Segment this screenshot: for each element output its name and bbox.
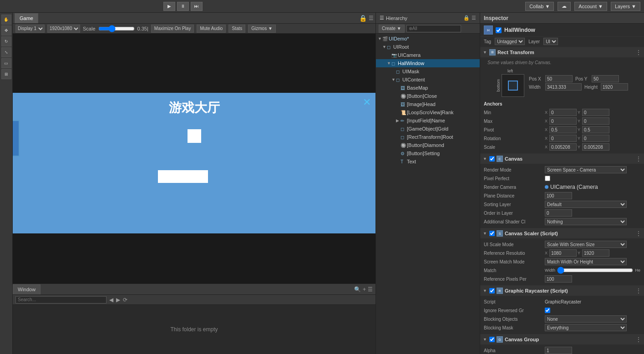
project-forward-icon[interactable]: ▶ <box>116 297 120 303</box>
order-in-layer-input[interactable] <box>545 209 572 217</box>
tree-item-uiroot[interactable]: ▼ ◻ UIRoot <box>376 43 480 51</box>
project-tab[interactable]: Window <box>13 284 41 294</box>
pos-x-input[interactable] <box>545 75 573 82</box>
tree-item-hallwindow[interactable]: ▼ ◻ HallWindow <box>376 59 480 67</box>
screen-match-select[interactable]: Match Width Or Height <box>545 258 627 265</box>
canvas-scaler-header[interactable]: ▼ S Canvas Scaler (Script) ⋮ <box>480 228 644 238</box>
rect-tool[interactable]: ▭ <box>1 58 11 68</box>
tree-item-text[interactable]: T Text <box>376 157 480 166</box>
tree-item-basemap[interactable]: 🖼 BaseMap <box>376 84 480 92</box>
pos-y-input[interactable] <box>592 75 619 82</box>
maximize-on-play-btn[interactable]: Maximize On Play <box>151 25 194 33</box>
combo-tool[interactable]: ⊞ <box>1 69 11 79</box>
render-mode-select[interactable]: Screen Space - Camera <box>545 166 627 173</box>
rect-transform-header[interactable]: ▼ ⊞ Rect Transform ⋮ <box>480 47 644 57</box>
project-search-icon[interactable]: 🔍 <box>354 286 361 293</box>
ref-pixels-input[interactable] <box>545 275 572 283</box>
tree-item-uicamera[interactable]: 📷 UICamera <box>376 51 480 59</box>
rot-y-input[interactable] <box>582 135 609 142</box>
tag-select[interactable]: Untagged <box>495 38 525 45</box>
project-back-icon[interactable]: ◀ <box>109 297 113 303</box>
alpha-input[interactable] <box>545 347 572 354</box>
account-button[interactable]: Account ▼ <box>574 2 607 11</box>
hierarchy-lock-icon[interactable]: 🔒 <box>463 15 470 21</box>
layers-button[interactable]: Layers ▼ <box>611 2 640 11</box>
play-button[interactable]: ▶ <box>163 2 175 11</box>
sorting-layer-select[interactable]: Default <box>545 201 627 208</box>
close-x-button[interactable]: ✕ <box>363 96 371 108</box>
hierarchy-content[interactable]: ▼ 🎬 UIDemo* ▼ ◻ UIRoot 📷 UICamera ▼ ◻ Ha… <box>376 34 480 354</box>
tree-item-buttonsetting[interactable]: ⚙ [Button]Setting <box>376 149 480 157</box>
anchor-min-y-input[interactable] <box>582 109 609 116</box>
create-button[interactable]: Create ▼ <box>379 25 405 33</box>
game-tab[interactable]: Game <box>15 13 38 23</box>
canvas-group-active-checkbox[interactable] <box>489 337 495 342</box>
rect-transform-menu[interactable]: ⋮ <box>636 49 641 56</box>
scale-slider[interactable] <box>98 25 135 32</box>
tree-item-imagehead[interactable]: 🖼 [Image]Head <box>376 100 480 108</box>
width-input[interactable] <box>545 83 582 91</box>
canvas-scaler-menu[interactable]: ⋮ <box>636 230 641 237</box>
display-select[interactable]: Display 1 <box>15 25 45 33</box>
scale-x-input[interactable] <box>549 143 577 151</box>
canvas-group-header[interactable]: ▼ G Canvas Group ⋮ <box>480 334 644 344</box>
resolution-select[interactable]: 1920x1080 <box>47 25 80 33</box>
pivot-x-input[interactable] <box>549 126 577 133</box>
tree-item-buttonclose[interactable]: 🔘 [Button]Close <box>376 92 480 100</box>
scale-tool[interactable]: ⤡ <box>1 47 11 57</box>
blocking-mask-select[interactable]: Everything <box>545 324 627 331</box>
anchor-max-y-input[interactable] <box>582 117 609 125</box>
gizmos-btn[interactable]: Gizmos ▼ <box>248 25 276 33</box>
match-slider[interactable] <box>557 267 633 274</box>
plane-distance-input[interactable] <box>545 192 572 199</box>
collab-button[interactable]: Collab ▼ <box>525 2 554 11</box>
tree-item-buttondiamond[interactable]: 🔘 [Button]Diamond <box>376 141 480 149</box>
stats-btn[interactable]: Stats <box>228 25 245 33</box>
tree-item-uidemo[interactable]: ▼ 🎬 UIDemo* <box>376 35 480 43</box>
tree-item-uicontent[interactable]: ▼ ◻ UIContent <box>376 76 480 84</box>
step-button[interactable]: ⏭ <box>191 2 203 11</box>
project-options-icon[interactable]: ☰ <box>368 286 373 293</box>
canvas-header[interactable]: ▼ C Canvas ⋮ <box>480 154 644 164</box>
tab-lock-icon[interactable]: 🔒 <box>359 15 367 22</box>
ignore-reversed-checkbox[interactable] <box>545 308 550 313</box>
project-add-icon[interactable]: + <box>363 286 366 293</box>
canvas-menu[interactable]: ⋮ <box>636 156 641 162</box>
anchor-max-x-input[interactable] <box>549 117 577 125</box>
canvas-active-checkbox[interactable] <box>489 156 495 162</box>
tab-menu-icon[interactable]: ☰ <box>369 15 374 21</box>
rot-x-input[interactable] <box>549 135 577 142</box>
layer-select[interactable]: UI <box>543 38 558 45</box>
pivot-y-input[interactable] <box>582 126 609 133</box>
graphic-raycaster-header[interactable]: ▼ R Graphic Raycaster (Script) ⋮ <box>480 286 644 296</box>
ui-scale-mode-select[interactable]: Scale With Screen Size <box>545 241 627 248</box>
tree-item-inputfieldname[interactable]: ▶ ✏ [InputField]Name <box>376 116 480 125</box>
move-tool[interactable]: ✥ <box>1 25 11 35</box>
blocking-objects-select[interactable]: None <box>545 315 627 323</box>
graphic-raycaster-active-checkbox[interactable] <box>489 288 495 293</box>
canvas-scaler-active-checkbox[interactable] <box>489 231 495 236</box>
obj-active-checkbox[interactable] <box>496 27 502 33</box>
tree-item-gameobjectgold[interactable]: ◻ [GameObject]Gold <box>376 125 480 133</box>
canvas-group-menu[interactable]: ⋮ <box>636 336 641 343</box>
hierarchy-search-input[interactable] <box>406 25 461 32</box>
additional-shader-select[interactable]: Nothing <box>545 218 627 225</box>
ref-res-x-input[interactable] <box>549 249 577 257</box>
graphic-raycaster-menu[interactable]: ⋮ <box>636 288 641 294</box>
pixel-perfect-checkbox[interactable] <box>545 176 550 181</box>
cloud-button[interactable]: ☁ <box>558 2 571 11</box>
hand-tool[interactable]: ✋ <box>1 15 11 25</box>
tree-item-recttransformroot[interactable]: ◻ [RectTransform]Root <box>376 133 480 141</box>
pause-button[interactable]: ⏸ <box>177 2 189 11</box>
rotate-tool[interactable]: ↻ <box>1 36 11 46</box>
tree-item-loopscroviewrank[interactable]: 📜 [LoopScroView]Rank <box>376 108 480 116</box>
tree-item-uimask[interactable]: ◻ UIMask <box>376 67 480 76</box>
inspector-scrollable[interactable]: H HallWindow Tag Untagged Layer UI ▼ ⊞ <box>480 24 644 354</box>
ref-res-y-input[interactable] <box>582 249 609 257</box>
anchor-min-x-input[interactable] <box>549 109 577 116</box>
height-input[interactable] <box>601 83 628 91</box>
scale-y-input[interactable] <box>582 143 609 151</box>
mute-audio-btn[interactable]: Mute Audio <box>197 25 226 33</box>
hierarchy-menu-icon[interactable]: ☰ <box>472 15 476 21</box>
project-search-input[interactable] <box>15 296 106 303</box>
